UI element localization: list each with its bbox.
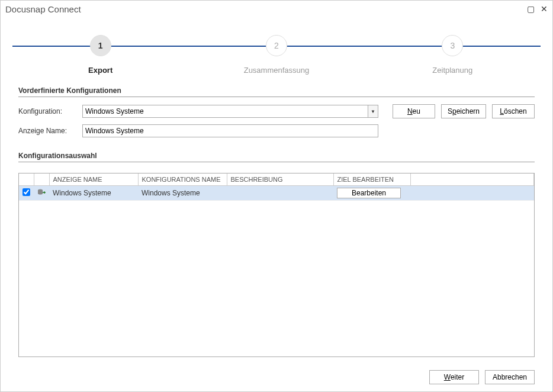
title-bar: Docusnap Connect ▢ ✕ (1, 1, 552, 17)
cell-description (227, 186, 333, 201)
cell-display-name: Windows Systeme (49, 186, 138, 201)
next-button[interactable]: Weiter (429, 370, 479, 384)
col-description: BESCHREIBUNG (227, 173, 333, 186)
config-select-input[interactable] (82, 105, 368, 118)
section-predefined-title: Vorderfinierte Konfigurationen (18, 86, 535, 97)
edit-button[interactable]: Bearbeiten (337, 188, 401, 198)
cell-config-name: Windows Systeme (138, 186, 227, 201)
wizard-step-export[interactable]: 1 Export (41, 29, 160, 75)
content-area: Vorderfinierte Konfigurationen Konfigura… (1, 81, 552, 363)
wizard-step-summary[interactable]: 2 Zusammenfassung (217, 29, 336, 75)
footer: Weiter Abbrechen (1, 363, 552, 391)
close-icon[interactable]: ✕ (541, 4, 548, 14)
step-label: Zusammenfassung (244, 66, 310, 75)
delete-button[interactable]: Löschen (492, 104, 535, 118)
display-name-label: Anzeige Name: (18, 127, 78, 135)
wizard-step-schedule[interactable]: 3 Zeitplanung (393, 29, 512, 75)
window-controls: ▢ ✕ (527, 4, 548, 14)
config-label: Konfiguration: (18, 107, 78, 115)
maximize-icon[interactable]: ▢ (527, 4, 535, 14)
section-selection-title: Konfigurationsauswahl (18, 152, 535, 162)
save-button[interactable]: Speichern (441, 104, 486, 118)
wizard-nav: 1 Export 2 Zusammenfassung 3 Zeitplanung (1, 17, 552, 81)
col-edit-target: ZIEL BEARBEITEN (333, 173, 410, 186)
col-spacer (410, 173, 534, 186)
table-row[interactable]: Windows Systeme Windows Systeme Bearbeit… (19, 186, 534, 201)
config-select[interactable]: ▼ (82, 105, 378, 118)
table-header-row: ANZEIGE NAME KONFIGURATIONS NAME BESCHRE… (19, 173, 534, 186)
step-label: Export (88, 66, 112, 75)
step-number: 3 (442, 35, 463, 56)
new-button[interactable]: Neu (393, 104, 435, 118)
database-export-icon (37, 189, 46, 196)
row-checkbox[interactable] (22, 188, 30, 196)
col-display-name: ANZEIGE NAME (49, 173, 138, 186)
dropdown-icon[interactable]: ▼ (368, 105, 378, 118)
display-name-input[interactable] (82, 124, 378, 137)
step-number: 1 (90, 35, 111, 56)
col-check (19, 173, 34, 186)
cancel-button[interactable]: Abbrechen (485, 370, 535, 384)
step-number: 2 (266, 35, 287, 56)
window-title: Docusnap Connect (5, 4, 81, 14)
col-config-name: KONFIGURATIONS NAME (138, 173, 227, 186)
config-table: ANZEIGE NAME KONFIGURATIONS NAME BESCHRE… (18, 173, 535, 357)
col-icon (34, 173, 49, 186)
step-label: Zeitplanung (432, 66, 472, 75)
